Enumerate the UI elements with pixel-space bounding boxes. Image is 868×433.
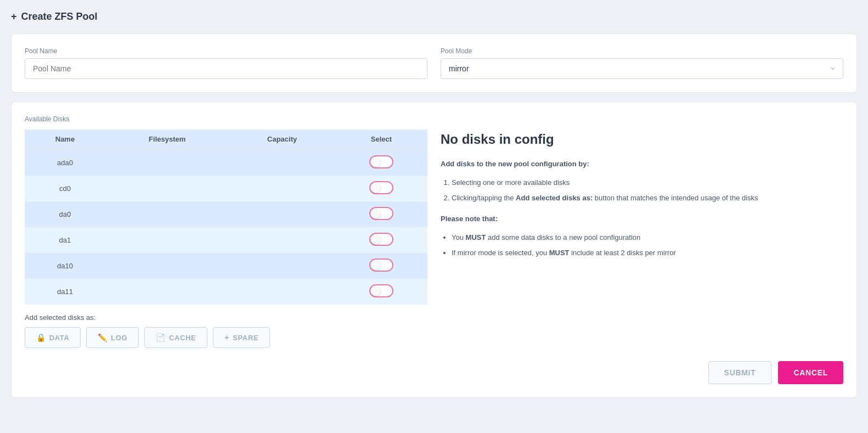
disk-toggle-da11[interactable] — [369, 284, 393, 297]
disk-toggle-cell-da1 — [335, 227, 427, 253]
note-1: You MUST add some data disks to a new po… — [452, 232, 843, 244]
disk-toggle-cell-da10 — [335, 253, 427, 279]
toggle-track-da0 — [369, 207, 393, 220]
submit-button[interactable]: SUBMIT — [708, 361, 772, 384]
cancel-button[interactable]: CANCEL — [778, 361, 843, 384]
plus-icon: + — [11, 11, 17, 23]
toggle-track-da10 — [369, 258, 393, 272]
disk-toggle-cell-da11 — [335, 279, 427, 305]
disk-fs-ada0 — [105, 149, 229, 176]
disk-fs-da1 — [105, 227, 229, 253]
col-filesystem: Filesystem — [105, 130, 229, 149]
log-label: LOG — [111, 334, 127, 342]
add-spare-button[interactable]: + SPARE — [213, 327, 270, 348]
pool-mode-group: Pool Mode mirror stripe raidz raidz2 rai… — [441, 47, 843, 79]
note-2: If mirror mode is selected, you MUST inc… — [452, 247, 843, 259]
toggle-thumb-ada0 — [371, 157, 381, 167]
disk-row-ada0: ada0 — [25, 149, 427, 176]
disk-cap-da1 — [229, 227, 335, 253]
disk-toggle-ada0[interactable] — [369, 155, 393, 168]
disks-info-card: Available Disks Name Filesystem Capacity… — [11, 102, 857, 398]
page-header: + Create ZFS Pool — [11, 11, 857, 23]
spare-label: SPARE — [233, 334, 258, 342]
add-disks-label: Add selected disks as: — [25, 313, 427, 322]
disk-name-da0: da0 — [25, 201, 105, 227]
toggle-track-da1 — [369, 233, 393, 246]
add-log-button[interactable]: ✏️ LOG — [86, 327, 139, 348]
pool-mode-label: Pool Mode — [441, 47, 843, 55]
instruction-steps: Selecting one or more available disks Cl… — [441, 177, 843, 204]
disks-section: Available Disks Name Filesystem Capacity… — [25, 115, 427, 348]
note-label: Please note that: — [441, 213, 843, 225]
footer-actions: SUBMIT CANCEL — [25, 361, 843, 384]
step-1: Selecting one or more available disks — [452, 177, 843, 189]
info-section: No disks in config Add disks to the new … — [441, 115, 843, 348]
step-2: Clicking/tapping the Add selected disks … — [452, 192, 843, 204]
step2-bold: Add selected disks as: — [516, 194, 593, 202]
disk-cap-da11 — [229, 279, 335, 305]
disk-toggle-da1[interactable] — [369, 233, 393, 246]
disk-row-da1: da1 — [25, 227, 427, 253]
data-icon: 🔒 — [36, 333, 46, 342]
toggle-thumb-da1 — [371, 234, 381, 244]
col-name: Name — [25, 130, 105, 149]
disk-action-buttons: 🔒 DATA ✏️ LOG 📄 CACHE + SPARE — [25, 327, 427, 348]
disk-toggle-cell-cd0 — [335, 176, 427, 201]
available-disks-label: Available Disks — [25, 115, 427, 123]
disk-name-da1: da1 — [25, 227, 105, 253]
disk-cap-ada0 — [229, 149, 335, 176]
instruction-label: Add disks to the new pool configuration … — [441, 158, 843, 170]
info-text: Add disks to the new pool configuration … — [441, 158, 843, 260]
toggle-thumb-da11 — [371, 286, 381, 296]
disk-row-da0: da0 — [25, 201, 427, 227]
pool-name-input[interactable] — [25, 58, 427, 79]
disk-name-da11: da11 — [25, 279, 105, 305]
disk-fs-da10 — [105, 253, 229, 279]
disk-cap-da0 — [229, 201, 335, 227]
data-label: DATA — [49, 334, 70, 342]
disk-fs-cd0 — [105, 176, 229, 201]
disk-row-cd0: cd0 — [25, 176, 427, 201]
disk-name-cd0: cd0 — [25, 176, 105, 201]
disk-table-header: Name Filesystem Capacity Select — [25, 130, 427, 149]
no-disks-title: No disks in config — [441, 132, 843, 147]
pool-name-group: Pool Name — [25, 47, 427, 79]
pool-name-label: Pool Name — [25, 47, 427, 55]
must-1: MUST — [466, 233, 486, 241]
toggle-track-da11 — [369, 284, 393, 297]
disk-toggle-da0[interactable] — [369, 207, 393, 220]
pool-config-card: Pool Name Pool Mode mirror stripe raidz … — [11, 33, 857, 93]
col-capacity: Capacity — [229, 130, 335, 149]
log-icon: ✏️ — [98, 333, 108, 342]
disk-toggle-cell-ada0 — [335, 149, 427, 176]
disk-name-da10: da10 — [25, 253, 105, 279]
disk-table: Name Filesystem Capacity Select ada0cd0d… — [25, 130, 427, 305]
disk-toggle-cd0[interactable] — [369, 181, 393, 194]
pool-mode-select[interactable]: mirror stripe raidz raidz2 raidz3 — [441, 58, 843, 79]
disk-toggle-cell-da0 — [335, 201, 427, 227]
cache-label: CACHE — [169, 334, 196, 342]
cache-icon: 📄 — [156, 333, 166, 342]
disk-fs-da0 — [105, 201, 229, 227]
add-data-button[interactable]: 🔒 DATA — [25, 327, 81, 348]
notes-list: You MUST add some data disks to a new po… — [441, 232, 843, 259]
add-cache-button[interactable]: 📄 CACHE — [144, 327, 207, 348]
toggle-thumb-da10 — [371, 260, 381, 270]
must-2: MUST — [549, 249, 570, 257]
disk-row-da11: da11 — [25, 279, 427, 305]
page-title-text: Create ZFS Pool — [21, 11, 98, 23]
disk-row-da10: da10 — [25, 253, 427, 279]
toggle-track-cd0 — [369, 181, 393, 194]
toggle-thumb-cd0 — [371, 183, 381, 193]
toggle-track-ada0 — [369, 155, 393, 168]
disk-toggle-da10[interactable] — [369, 258, 393, 272]
spare-icon: + — [224, 333, 229, 342]
disk-cap-da10 — [229, 253, 335, 279]
disk-fs-da11 — [105, 279, 229, 305]
col-select: Select — [335, 130, 427, 149]
disk-cap-cd0 — [229, 176, 335, 201]
toggle-thumb-da0 — [371, 209, 381, 218]
disk-name-ada0: ada0 — [25, 149, 105, 176]
